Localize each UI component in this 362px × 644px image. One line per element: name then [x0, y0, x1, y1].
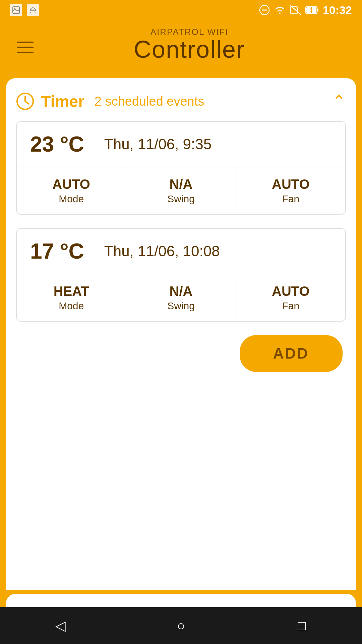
timer-scheduled-count: 2 scheduled events	[95, 94, 204, 109]
event-2-fan-cell: AUTO Fan	[236, 274, 345, 321]
svg-point-3	[34, 9, 34, 10]
timer-collapse-button[interactable]: ⌃	[332, 92, 346, 111]
android-icon	[27, 4, 39, 16]
status-bar-right: 10:32	[259, 4, 352, 17]
dnd-icon	[259, 5, 270, 15]
event-card-2-header: 17 °C Thu, 11/06, 10:08	[17, 229, 345, 274]
event-2-temperature: 17 °C	[30, 239, 84, 264]
event-1-temperature: 23 °C	[30, 132, 84, 157]
event-2-swing-label: Swing	[133, 300, 229, 312]
event-1-fan-cell: AUTO Fan	[236, 167, 345, 214]
svg-point-2	[32, 9, 32, 10]
menu-button[interactable]	[17, 42, 34, 53]
event-2-swing-value: N/A	[133, 284, 229, 299]
wifi-icon	[274, 5, 286, 15]
recent-icon: □	[298, 618, 306, 633]
status-time: 10:32	[323, 4, 352, 17]
timer-header: Timer 2 scheduled events ⌃	[16, 88, 346, 121]
bottom-card-peek	[6, 594, 356, 607]
app-header: AIRPATROL WIFI Controller	[0, 20, 362, 78]
nav-home-button[interactable]: ○	[168, 612, 194, 639]
event-card-1-details: AUTO Mode N/A Swing AUTO Fan	[17, 167, 345, 214]
nav-recent-button[interactable]: □	[288, 612, 315, 639]
sim-icon	[290, 5, 301, 15]
status-bar: 10:32	[0, 0, 362, 20]
event-card-2-details: HEAT Mode N/A Swing AUTO Fan	[17, 274, 345, 321]
event-card-2: 17 °C Thu, 11/06, 10:08 HEAT Mode N/A Sw…	[16, 228, 346, 322]
event-2-mode-label: Mode	[23, 300, 119, 312]
add-button-container: ADD	[16, 335, 346, 372]
event-1-fan-label: Fan	[243, 193, 339, 205]
event-1-fan-value: AUTO	[243, 177, 339, 192]
event-1-swing-value: N/A	[133, 177, 229, 192]
timer-clock-icon	[16, 92, 34, 110]
nav-back-button[interactable]: ◁	[47, 612, 74, 639]
event-card-1-header: 23 °C Thu, 11/06, 9:35	[17, 122, 345, 167]
event-1-swing-cell: N/A Swing	[126, 167, 236, 214]
status-bar-icons	[10, 4, 39, 16]
main-content-card: Timer 2 scheduled events ⌃ 23 °C Thu, 11…	[6, 78, 356, 590]
event-card-1: 23 °C Thu, 11/06, 9:35 AUTO Mode N/A Swi…	[16, 121, 346, 215]
event-2-fan-value: AUTO	[243, 284, 339, 299]
event-2-fan-label: Fan	[243, 300, 339, 312]
event-2-mode-cell: HEAT Mode	[17, 274, 126, 321]
gallery-icon	[10, 4, 22, 16]
svg-line-14	[25, 101, 29, 104]
page-title: Controller	[34, 37, 345, 61]
event-2-swing-cell: N/A Swing	[126, 274, 236, 321]
event-1-datetime: Thu, 11/06, 9:35	[104, 136, 212, 153]
timer-label: Timer	[41, 92, 84, 111]
back-icon: ◁	[55, 618, 66, 633]
event-1-mode-label: Mode	[23, 193, 119, 205]
event-2-mode-value: HEAT	[23, 284, 119, 299]
svg-rect-6	[291, 6, 297, 14]
svg-rect-9	[317, 9, 318, 11]
timer-header-left: Timer 2 scheduled events	[16, 92, 204, 111]
event-1-mode-value: AUTO	[23, 177, 119, 192]
nav-bar: ◁ ○ □	[0, 607, 362, 644]
event-2-datetime: Thu, 11/06, 10:08	[104, 243, 220, 260]
event-1-swing-label: Swing	[133, 193, 229, 205]
add-button[interactable]: ADD	[240, 335, 343, 372]
home-icon: ○	[177, 618, 185, 633]
battery-icon	[305, 5, 319, 15]
event-1-mode-cell: AUTO Mode	[17, 167, 126, 214]
header-title: AIRPATROL WIFI Controller	[34, 27, 345, 61]
